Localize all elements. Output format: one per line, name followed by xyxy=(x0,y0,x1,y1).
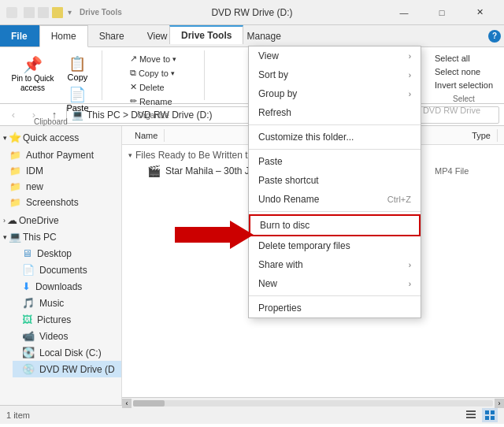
organize-group: ↗ Move to ▾ ⧉ Copy to ▾ ✕ Delete ✏ Renam… xyxy=(102,50,205,100)
name-column-header[interactable]: Name xyxy=(128,129,165,142)
sidebar-item-screenshots[interactable]: 📁 Screenshots xyxy=(0,195,121,210)
video-file-icon: 🎬 xyxy=(147,165,161,177)
sidebar-item-documents[interactable]: 📄 Documents xyxy=(13,262,121,278)
drive-tools-tab[interactable]: Drive Tools xyxy=(169,25,243,44)
desktop-icon: 🖥 xyxy=(22,247,32,259)
sidebar-item-videos[interactable]: 📹 Videos xyxy=(13,328,121,344)
copy-button[interactable]: 📋 Copy xyxy=(60,54,94,84)
svg-rect-1 xyxy=(466,410,476,412)
pictures-icon: 🖼 xyxy=(22,314,32,325)
folder-icon: 📁 xyxy=(9,165,21,176)
detail-view-button[interactable] xyxy=(463,408,479,422)
copy-icon: 📋 xyxy=(69,55,86,72)
submenu-arrow-icon: › xyxy=(409,261,411,269)
large-icon-view-button[interactable] xyxy=(482,408,498,422)
ctx-divider-3 xyxy=(249,211,421,212)
minimize-button[interactable]: — xyxy=(386,0,422,25)
clipboard-label: Clipboard xyxy=(34,114,68,126)
select-none-button[interactable]: Select none xyxy=(430,65,498,78)
quick-access-header[interactable]: ▾ ⭐ Quick access xyxy=(0,129,121,146)
ctx-divider-4 xyxy=(249,295,421,296)
ctx-customize[interactable]: Customize this folder... xyxy=(249,128,421,147)
svg-rect-4 xyxy=(485,410,489,414)
large-icon-view-icon xyxy=(484,410,495,421)
maximize-button[interactable]: □ xyxy=(424,0,460,25)
svg-rect-7 xyxy=(491,416,495,420)
music-icon: 🎵 xyxy=(22,297,35,309)
submenu-arrow-icon: › xyxy=(409,71,411,80)
sidebar-item-local-disk[interactable]: 💽 Local Disk (C:) xyxy=(13,344,121,361)
organize-buttons: ↗ Move to ▾ ⧉ Copy to ▾ ✕ Delete ✏ Renam… xyxy=(125,52,181,108)
pin-icon: 📌 xyxy=(23,55,43,74)
move-to-icon: ↗ xyxy=(130,54,137,64)
onedrive-icon: ☁ xyxy=(7,214,17,226)
app-icon xyxy=(6,7,17,18)
section-chevron-icon: ▾ xyxy=(128,151,132,159)
detail-view-icon xyxy=(465,410,476,421)
ctx-group-by[interactable]: Group by › xyxy=(249,84,421,103)
clipboard-buttons: 📌 Pin to Quickaccess 📋 Copy 📄 Paste xyxy=(7,52,95,114)
quick-access-icon2[interactable] xyxy=(38,7,49,18)
horizontal-scrollbar[interactable]: ‹ › xyxy=(122,397,504,408)
tab-share[interactable]: Share xyxy=(88,25,136,46)
submenu-arrow-icon: › xyxy=(409,52,411,61)
ctx-paste[interactable]: Paste xyxy=(249,152,421,171)
folder-icon: 📁 xyxy=(9,181,21,192)
ctx-burn-to-disc[interactable]: Burn to disc xyxy=(249,214,421,236)
ctx-sort-by[interactable]: Sort by › xyxy=(249,65,421,84)
pin-to-quick-access-button[interactable]: 📌 Pin to Quickaccess xyxy=(7,52,59,96)
ctx-divider-1 xyxy=(249,124,421,125)
onedrive-header[interactable]: › ☁ OneDrive xyxy=(0,212,121,228)
ctx-refresh[interactable]: Refresh xyxy=(249,103,421,122)
move-to-button[interactable]: ↗ Move to ▾ xyxy=(125,52,181,65)
sidebar-item-downloads[interactable]: ⬇ Downloads xyxy=(13,278,121,295)
ctx-delete-temp[interactable]: Delete temporary files xyxy=(249,236,421,255)
close-button[interactable]: ✕ xyxy=(461,0,498,25)
sidebar-item-pictures[interactable]: 🖼 Pictures xyxy=(13,311,121,328)
tab-file[interactable]: File xyxy=(0,25,39,46)
scroll-left-button[interactable]: ‹ xyxy=(122,399,132,408)
paste-button[interactable]: 📄 Paste xyxy=(60,84,94,114)
ctx-new[interactable]: New › xyxy=(249,274,421,293)
invert-selection-button[interactable]: Invert selection xyxy=(430,79,498,91)
dropdown-arrow-icon[interactable]: ▾ xyxy=(68,8,72,17)
context-menu: View › Sort by › Group by › Refresh Cust… xyxy=(248,46,421,318)
select-label: Select xyxy=(453,91,475,103)
copy-to-button[interactable]: ⧉ Copy to ▾ xyxy=(125,66,181,80)
window-title: DVD RW Drive (D:) xyxy=(211,7,292,18)
this-pc-header[interactable]: ▾ 💻 This PC xyxy=(0,228,121,245)
drive-tools-tab-label: Drive Tools xyxy=(80,8,122,17)
scroll-right-button[interactable]: › xyxy=(495,399,504,408)
quick-access-icon3[interactable] xyxy=(52,7,63,18)
ctx-view[interactable]: View › xyxy=(249,46,421,65)
select-buttons: Select all Select none Invert selection xyxy=(430,52,498,91)
sidebar-item-new[interactable]: 📁 new xyxy=(0,179,121,195)
svg-rect-5 xyxy=(491,410,495,414)
delete-button[interactable]: ✕ Delete xyxy=(125,80,181,94)
help-button[interactable]: ? xyxy=(488,30,501,43)
dvd-icon: 💿 xyxy=(22,363,35,375)
svg-rect-6 xyxy=(485,416,489,420)
item-count: 1 item xyxy=(6,410,30,420)
ctx-share-with[interactable]: Share with › xyxy=(249,255,421,274)
quick-access-icon[interactable] xyxy=(24,7,35,18)
rename-button[interactable]: ✏ Rename xyxy=(125,95,181,108)
sidebar-item-music[interactable]: 🎵 Music xyxy=(13,295,121,311)
sidebar-item-dvd-drive[interactable]: 💿 DVD RW Drive (D xyxy=(13,361,121,377)
tab-manage[interactable]: Manage xyxy=(236,25,293,46)
clipboard-group: 📌 Pin to Quickaccess 📋 Copy 📄 Paste Clip… xyxy=(0,50,102,100)
window-controls: — □ ✕ xyxy=(386,0,498,25)
folder-icon: 📁 xyxy=(9,150,21,161)
ctx-properties[interactable]: Properties xyxy=(249,299,421,317)
ctx-undo-rename[interactable]: Undo Rename Ctrl+Z xyxy=(249,190,421,209)
type-column-header[interactable]: Type xyxy=(465,129,498,142)
select-all-button[interactable]: Select all xyxy=(430,52,498,65)
sidebar-item-author-payment[interactable]: 📁 Author Payment xyxy=(0,147,121,163)
ctx-paste-shortcut[interactable]: Paste shortcut xyxy=(249,171,421,190)
sidebar-item-idm[interactable]: 📁 IDM xyxy=(0,163,121,179)
scrollbar-thumb[interactable] xyxy=(133,400,165,407)
sidebar-item-desktop[interactable]: 🖥 Desktop xyxy=(13,245,121,262)
computer-icon: 💻 xyxy=(9,231,21,243)
tab-home[interactable]: Home xyxy=(39,25,88,47)
rename-icon: ✏ xyxy=(130,96,137,106)
